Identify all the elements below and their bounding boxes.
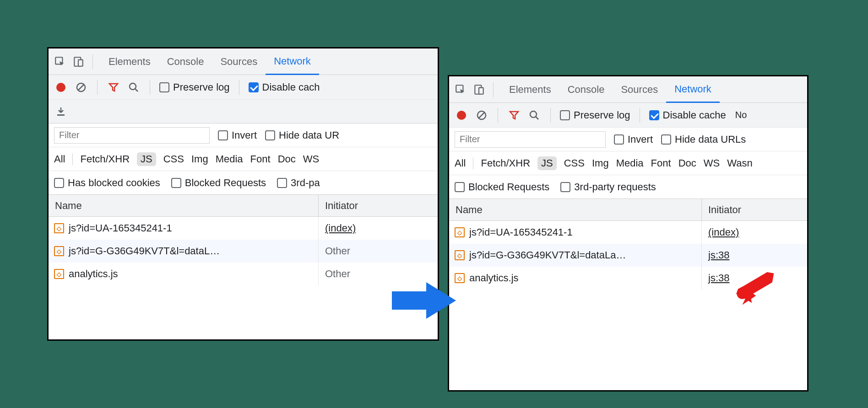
divider [473,157,473,169]
divider [550,108,551,123]
request-name-cell: ◇ js?id=UA-165345241-1 [49,217,319,240]
tab-sources[interactable]: Sources [613,76,666,102]
js-file-icon: ◇ [54,246,64,256]
request-name: js?id=G-G36G49KV7T&l=dataL… [69,245,220,257]
record-button[interactable] [455,108,468,122]
initiator-link[interactable]: (index) [708,226,739,238]
column-name[interactable]: Name [449,199,702,220]
tab-console[interactable]: Console [559,76,613,102]
devtools-tabs-row: Elements Console Sources Network [49,48,438,75]
column-name[interactable]: Name [49,195,319,216]
third-party-checkbox[interactable]: 3rd-party requests [560,181,656,193]
table-row[interactable]: ◇ js?id=UA-165345241-1 (index) [449,221,807,244]
red-arrow-icon [732,267,774,310]
type-ws[interactable]: WS [704,157,720,169]
blocked-requests-checkbox[interactable]: Blocked Requests [455,181,549,193]
blocked-requests-checkbox[interactable]: Blocked Requests [171,177,266,189]
inspect-icon[interactable] [454,83,467,97]
type-ws[interactable]: WS [303,153,319,165]
divider [150,80,150,95]
initiator-link[interactable]: (index) [325,222,356,234]
type-doc[interactable]: Doc [678,157,696,169]
filter-input[interactable] [54,127,210,144]
initiator-text: Other [325,268,350,280]
type-js[interactable]: JS [137,152,156,166]
tab-elements[interactable]: Elements [100,48,159,75]
request-name: js?id=UA-165345241-1 [69,222,172,234]
checkbox-checked-icon [249,82,259,92]
extra-filters-row: Blocked Requests 3rd-party requests [449,175,807,199]
type-all[interactable]: All [455,157,466,169]
request-name-cell: ◇ analytics.js [49,263,319,285]
download-icon[interactable] [54,105,68,118]
type-fetch[interactable]: Fetch/XHR [481,157,530,169]
request-initiator-cell: Other [319,240,438,263]
request-name-cell: ◇ js?id=G-G36G49KV7T&l=dataL… [49,240,319,263]
type-media[interactable]: Media [616,157,644,169]
column-initiator[interactable]: Initiator [319,195,438,216]
type-media[interactable]: Media [216,153,243,165]
record-button[interactable] [54,81,68,94]
table-row[interactable]: ◇ js?id=G-G36G49KV7T&l=dataL… Other [49,240,438,263]
type-doc[interactable]: Doc [278,153,296,165]
request-types-row: All Fetch/XHR JS CSS Img Media Font Doc … [49,147,438,171]
svg-rect-2 [78,59,83,66]
hide-data-urls-checkbox[interactable]: Hide data URLs [661,134,746,145]
checkbox-icon [54,178,64,188]
disable-cache-checkbox[interactable]: Disable cach [249,81,320,93]
checkbox-icon [614,134,624,145]
blocked-requests-label: Blocked Requests [468,181,549,193]
preserve-log-checkbox[interactable]: Preserve log [560,109,630,121]
filter-row: Invert Hide data URLs [449,128,807,151]
type-font[interactable]: Font [651,157,671,169]
filter-icon[interactable] [107,81,120,94]
initiator-link[interactable]: js:38 [708,272,729,284]
table-row[interactable]: ◇ analytics.js Other [49,263,438,285]
has-blocked-cookies-checkbox[interactable]: Has blocked cookies [54,177,160,189]
clear-icon[interactable] [475,108,488,122]
initiator-text: Other [325,245,350,257]
device-toggle-icon[interactable] [472,83,486,97]
hide-data-urls-checkbox[interactable]: Hide data UR [265,129,339,141]
table-row[interactable]: ◇ js?id=UA-165345241-1 (index) [49,217,438,240]
type-css[interactable]: CSS [564,157,585,169]
tab-network[interactable]: Network [666,76,720,103]
preserve-log-label: Preserve log [574,109,630,121]
type-js[interactable]: JS [537,156,557,170]
search-icon[interactable] [527,108,541,122]
tab-console[interactable]: Console [159,48,212,75]
table-row[interactable]: ◇ js?id=G-G36G49KV7T&l=dataLa… js:38 [449,244,807,267]
js-file-icon: ◇ [455,273,465,283]
checkbox-icon [218,130,228,140]
type-css[interactable]: CSS [163,153,184,165]
disable-cache-checkbox[interactable]: Disable cache [649,109,726,121]
preserve-log-checkbox[interactable]: Preserve log [159,81,230,93]
divider [498,108,498,123]
column-initiator[interactable]: Initiator [702,199,807,220]
third-party-checkbox[interactable]: 3rd-pa [277,177,320,189]
inspect-icon[interactable] [53,55,67,69]
filter-input[interactable] [455,131,606,148]
search-icon[interactable] [127,81,141,94]
initiator-link[interactable]: js:38 [708,249,729,261]
tab-sources[interactable]: Sources [212,48,266,75]
clear-icon[interactable] [74,81,88,94]
third-party-label: 3rd-party requests [574,181,656,193]
invert-checkbox[interactable]: Invert [218,129,257,141]
type-all[interactable]: All [54,153,65,165]
device-toggle-icon[interactable] [71,55,85,69]
filter-icon[interactable] [507,108,521,122]
type-fetch[interactable]: Fetch/XHR [80,153,130,165]
tab-elements[interactable]: Elements [501,76,559,102]
request-rows: ◇ js?id=UA-165345241-1 (index) ◇ js?id=G… [49,217,438,285]
svg-line-4 [78,85,84,90]
type-wasm[interactable]: Wasn [727,157,752,169]
checkbox-icon [171,178,181,188]
js-file-icon: ◇ [455,250,465,260]
invert-checkbox[interactable]: Invert [614,134,653,145]
tab-network[interactable]: Network [266,48,319,75]
type-img[interactable]: Img [592,157,609,169]
checkbox-icon [265,130,275,140]
type-img[interactable]: Img [191,153,208,165]
type-font[interactable]: Font [250,153,271,165]
